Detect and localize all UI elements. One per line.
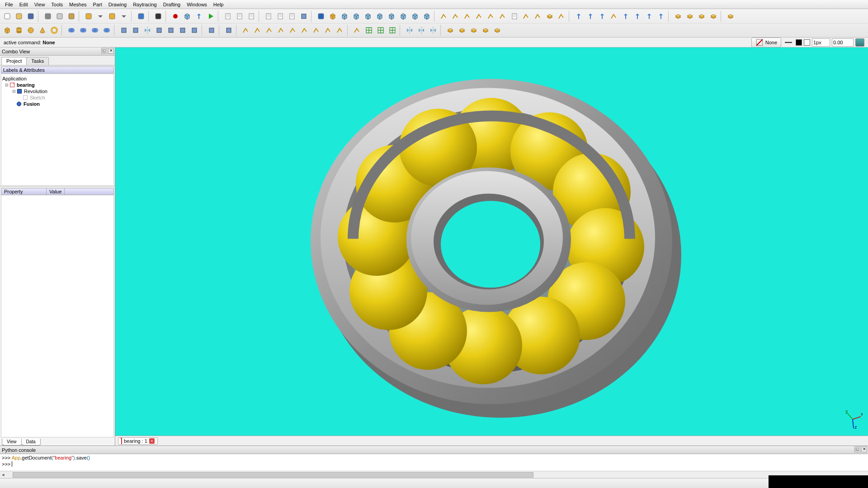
python-console[interactable]: >>> App.getDocument("bearing").save() >>… xyxy=(0,454,868,471)
tree-item-sketch[interactable]: Sketch xyxy=(1,94,113,101)
front-icon[interactable] xyxy=(351,11,362,22)
circle-icon[interactable] xyxy=(474,11,485,22)
s-rect-icon[interactable] xyxy=(288,25,298,36)
new-doc-icon[interactable] xyxy=(2,11,13,22)
bspline-icon[interactable] xyxy=(556,11,567,22)
menu-drafting[interactable]: Drafting xyxy=(160,1,184,8)
s-sketch-icon[interactable] xyxy=(241,25,251,36)
line-icon[interactable] xyxy=(439,11,449,22)
back-icon[interactable] xyxy=(386,11,397,22)
mesh-seg-icon[interactable] xyxy=(363,25,374,36)
solid-icon[interactable] xyxy=(480,25,491,36)
console-h-scrollbar[interactable]: ◂ xyxy=(0,471,868,478)
draft-sketch-icon[interactable] xyxy=(708,11,719,22)
workbench3-icon[interactable] xyxy=(246,11,257,22)
style-none-button[interactable]: None xyxy=(751,38,781,47)
move-icon[interactable] xyxy=(573,11,584,22)
menu-edit[interactable]: Edit xyxy=(16,1,31,8)
page-a3-icon[interactable] xyxy=(275,11,286,22)
shapes-icon[interactable] xyxy=(544,11,555,22)
s-circle-icon[interactable] xyxy=(264,25,275,36)
style-linestyle-button[interactable] xyxy=(783,37,794,48)
stop-icon[interactable] xyxy=(182,11,193,22)
text-icon[interactable] xyxy=(509,11,520,22)
whatsthis-icon[interactable] xyxy=(153,11,164,22)
bottom-icon[interactable] xyxy=(410,11,420,22)
left-icon[interactable] xyxy=(398,11,409,22)
edit-icon[interactable] xyxy=(656,11,666,22)
menu-help[interactable]: Help xyxy=(210,1,227,8)
polygon-icon[interactable] xyxy=(486,11,496,22)
point-icon[interactable] xyxy=(533,11,543,22)
cone-icon[interactable] xyxy=(37,25,48,36)
dim-icon[interactable] xyxy=(521,11,532,22)
menu-part[interactable]: Part xyxy=(90,1,105,8)
panel-close-icon[interactable]: ✕ xyxy=(108,48,114,54)
mirror-icon[interactable] xyxy=(142,25,153,36)
top-icon[interactable] xyxy=(374,11,385,22)
polyline-icon[interactable] xyxy=(450,11,461,22)
s-fillet-icon[interactable] xyxy=(299,25,310,36)
export-page-icon[interactable] xyxy=(298,11,309,22)
scale-icon[interactable] xyxy=(644,11,655,22)
redo-icon[interactable] xyxy=(107,11,118,22)
cut-icon[interactable] xyxy=(42,11,53,22)
drop-icon[interactable] xyxy=(95,11,106,22)
inspect-icon[interactable] xyxy=(206,25,217,36)
s-arc-icon[interactable] xyxy=(276,25,287,36)
s-trim-icon[interactable] xyxy=(311,25,322,36)
offset-icon[interactable] xyxy=(597,11,608,22)
arc-icon[interactable] xyxy=(462,11,473,22)
trim-icon[interactable] xyxy=(609,11,619,22)
mesh-trim-icon[interactable] xyxy=(352,25,363,36)
tree-doc[interactable]: ⊟ bearing xyxy=(1,82,113,88)
s-lock-icon[interactable] xyxy=(335,25,345,36)
save-icon[interactable] xyxy=(25,11,36,22)
shell-icon[interactable] xyxy=(468,25,479,36)
undo-icon[interactable] xyxy=(83,11,94,22)
mesh-hole-icon[interactable] xyxy=(375,25,386,36)
face-icon[interactable] xyxy=(457,25,467,36)
play-icon[interactable] xyxy=(205,11,216,22)
sheet-icon[interactable] xyxy=(725,11,736,22)
line-width-spin[interactable]: 1px xyxy=(812,38,830,47)
macro-edit-icon[interactable] xyxy=(193,11,204,22)
property-splitter[interactable] xyxy=(0,185,115,187)
torus-icon[interactable] xyxy=(49,25,60,36)
section-icon[interactable] xyxy=(101,25,112,36)
rect-icon[interactable] xyxy=(497,11,508,22)
tab-view[interactable]: View xyxy=(2,439,22,446)
mesh-eval-icon[interactable] xyxy=(387,25,398,36)
menu-windows[interactable]: Windows xyxy=(184,1,210,8)
s-line-icon[interactable] xyxy=(252,25,263,36)
sketch-draft-icon[interactable] xyxy=(696,11,707,22)
drop-icon[interactable] xyxy=(118,11,129,22)
fillet-icon[interactable] xyxy=(154,25,165,36)
cylinder-icon[interactable] xyxy=(14,25,24,36)
doc-tab-bearing[interactable]: bearing : 1 × xyxy=(118,437,158,445)
page-icon[interactable] xyxy=(263,11,274,22)
open-icon[interactable] xyxy=(14,11,24,22)
tab-project[interactable]: Project xyxy=(1,57,27,65)
flip-v-icon[interactable] xyxy=(428,25,439,36)
export-icon[interactable] xyxy=(223,25,234,36)
page-view-icon[interactable] xyxy=(287,11,297,22)
mirror-v-icon[interactable] xyxy=(404,25,415,36)
s-constr-icon[interactable] xyxy=(323,25,334,36)
property-body[interactable] xyxy=(1,195,114,437)
line-color-swatch[interactable] xyxy=(796,39,802,46)
menu-file[interactable]: File xyxy=(2,1,16,8)
workbench1-icon[interactable] xyxy=(222,11,233,22)
panel-float-icon[interactable]: ◱ xyxy=(101,48,107,54)
tab-data[interactable]: Data xyxy=(21,439,41,446)
workbench2-icon[interactable] xyxy=(234,11,245,22)
menu-drawing[interactable]: Drawing xyxy=(105,1,130,8)
tree-item-revolution[interactable]: ⊟ Revolution xyxy=(1,88,113,94)
fuse-icon[interactable] xyxy=(66,25,77,36)
3d-viewport[interactable]: x y z xyxy=(115,47,868,436)
rotate-icon[interactable] xyxy=(585,11,596,22)
extrude-icon[interactable] xyxy=(118,25,129,36)
refresh-icon[interactable] xyxy=(136,11,146,22)
model-tree[interactable]: Application ⊟ bearing ⊟ Revolution Sketc… xyxy=(1,75,114,185)
axo-icon[interactable] xyxy=(339,11,350,22)
